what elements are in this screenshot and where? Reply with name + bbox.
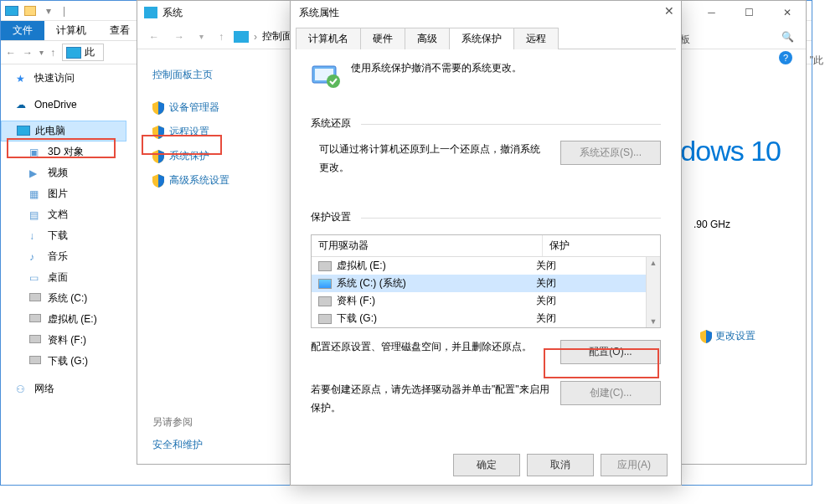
cp-title: 系统: [162, 6, 183, 20]
address-text: 此: [85, 45, 95, 59]
shield-icon: [152, 150, 164, 163]
tree-drive-g[interactable]: 下载 (G:): [1, 351, 126, 372]
pc-icon: [234, 31, 249, 43]
cp-sidebar: 控制面板主页 设备管理器 远程设置 系统保护 高级系统设置: [152, 68, 270, 193]
nav-up-icon[interactable]: ↑: [214, 31, 229, 43]
configure-description: 配置还原设置、管理磁盘空间，并且删除还原点。: [311, 340, 550, 354]
tree-onedrive[interactable]: ☁OneDrive: [1, 95, 126, 114]
shield-icon: [152, 126, 164, 139]
tab-remote[interactable]: 远程: [513, 28, 559, 49]
close-icon[interactable]: ✕: [664, 4, 674, 18]
dialog-body: 使用系统保护撤消不需要的系统更改。 系统还原 可以通过将计算机还原到上一个还原点…: [291, 49, 681, 445]
nav-forward-icon[interactable]: →: [169, 31, 189, 43]
sidebar-device-manager[interactable]: 设备管理器: [152, 95, 270, 120]
intro-text: 使用系统保护撤消不需要的系统更改。: [351, 61, 522, 75]
ribbon-tab-view[interactable]: 查看: [98, 21, 142, 40]
drive-row[interactable]: 资料 (F:)关闭: [312, 292, 660, 310]
search-icon[interactable]: 🔍: [781, 31, 794, 43]
scrollbar[interactable]: ▲▼: [646, 257, 660, 327]
scroll-down-icon[interactable]: ▼: [650, 316, 657, 327]
cancel-button[interactable]: 取消: [527, 454, 594, 476]
cp-see-also: 另请参阅 安全和维护: [152, 415, 203, 452]
cpu-ghz-text: .90 GHz: [694, 219, 730, 230]
maximize-button[interactable]: ☐: [730, 1, 768, 24]
apply-button[interactable]: 应用(A): [601, 454, 668, 476]
column-drives[interactable]: 可用驱动器: [312, 235, 543, 256]
ok-button[interactable]: 确定: [453, 454, 520, 476]
sidebar-advanced-settings[interactable]: 高级系统设置: [152, 168, 270, 193]
sidebar-home-link[interactable]: 控制面板主页: [152, 68, 270, 82]
nav-down-icon[interactable]: ▾: [39, 48, 44, 57]
sidebar-system-protection[interactable]: 系统保护: [152, 144, 270, 168]
dialog-titlebar: 系统属性 ✕: [291, 1, 681, 24]
see-also-heading: 另请参阅: [152, 415, 203, 429]
tree-drive-c[interactable]: 系统 (C:): [1, 288, 126, 309]
tab-computer-name[interactable]: 计算机名: [296, 28, 361, 49]
tree-documents[interactable]: ▤文档: [1, 204, 126, 225]
ribbon-tab-file[interactable]: 文件: [1, 21, 44, 40]
qat-dropdown-icon[interactable]: ▾: [41, 3, 56, 18]
minimize-button[interactable]: ─: [693, 1, 730, 24]
nav-forward-icon[interactable]: →: [23, 47, 33, 59]
drive-row[interactable]: 下载 (G:)关闭: [312, 310, 660, 327]
drive-row[interactable]: 系统 (C:) (系统)关闭: [312, 275, 660, 292]
tree-drive-f[interactable]: 资料 (F:): [1, 330, 126, 351]
column-protection[interactable]: 保护: [543, 235, 660, 256]
shield-icon: [152, 174, 164, 188]
pc-icon: [144, 7, 157, 18]
tree-desktop[interactable]: ▭桌面: [1, 267, 126, 288]
configure-button[interactable]: 配置(O)...: [560, 340, 661, 364]
restore-description: 可以通过将计算机还原到上一个还原点，撤消系统更改。: [319, 141, 547, 177]
tab-hardware[interactable]: 硬件: [360, 28, 405, 49]
tree-quick-access[interactable]: ★快速访问: [1, 68, 126, 89]
dialog-tabs: 计算机名 硬件 高级 系统保护 远程: [291, 28, 681, 49]
change-settings-link[interactable]: 更改设置: [700, 329, 755, 343]
create-description: 若要创建还原点，请先选择驱动器并单击"配置"来启用保护。: [311, 381, 550, 417]
sidebar-remote-settings[interactable]: 远程设置: [152, 120, 270, 144]
group-protection-settings: 保护设置: [311, 210, 661, 224]
breadcrumb-control-panel[interactable]: 控制面: [262, 29, 292, 44]
folder-icon: [23, 3, 38, 18]
nav-back-icon[interactable]: ←: [6, 47, 16, 59]
system-properties-dialog: 系统属性 ✕ 计算机名 硬件 高级 系统保护 远程 使用系统保护撤消不需要的系统…: [290, 0, 682, 486]
dialog-footer: 确定 取消 应用(A): [453, 454, 668, 476]
shield-icon: [700, 330, 712, 343]
tree-pictures[interactable]: ▦图片: [1, 183, 126, 204]
tree-videos[interactable]: ▶视频: [1, 162, 126, 183]
create-button[interactable]: 创建(C)...: [560, 381, 661, 405]
group-system-restore: 系统还原: [311, 116, 661, 131]
nav-up-icon[interactable]: ↑: [50, 47, 55, 59]
shield-icon: [152, 101, 164, 115]
tab-advanced[interactable]: 高级: [405, 28, 450, 49]
tree-network[interactable]: ⚇网络: [1, 378, 126, 399]
ribbon-tab-computer[interactable]: 计算机: [44, 21, 98, 40]
see-also-security[interactable]: 安全和维护: [152, 438, 203, 452]
scroll-up-icon[interactable]: ▲: [650, 257, 657, 269]
breadcrumb-sep-icon: ›: [254, 31, 257, 43]
nav-down-icon[interactable]: ▾: [194, 32, 209, 41]
system-protection-icon: [311, 61, 341, 91]
drive-row[interactable]: 虚拟机 (E:)关闭: [312, 257, 660, 275]
breadcrumb-truncated: "此: [810, 54, 823, 68]
dialog-title: 系统属性: [299, 6, 339, 20]
explorer-tree: ★快速访问 ☁OneDrive 此电脑 ▣3D 对象 ▶视频 ▦图片 ▤文档 ↓…: [1, 68, 126, 399]
tab-system-protection[interactable]: 系统保护: [449, 28, 514, 49]
svg-point-2: [327, 75, 340, 88]
tree-drive-e[interactable]: 虚拟机 (E:): [1, 309, 126, 330]
drive-table: 可用驱动器 保护 虚拟机 (E:)关闭 系统 (C:) (系统)关闭 资料 (F…: [311, 234, 661, 328]
close-button[interactable]: ✕: [768, 1, 806, 24]
nav-back-icon[interactable]: ←: [144, 31, 164, 43]
pc-icon: [66, 47, 81, 59]
pc-icon: [4, 3, 19, 18]
system-restore-button[interactable]: 系统还原(S)...: [560, 141, 661, 165]
tree-3d-objects[interactable]: ▣3D 对象: [1, 141, 126, 162]
tree-downloads[interactable]: ↓下载: [1, 225, 126, 246]
tree-this-pc[interactable]: 此电脑: [1, 121, 126, 141]
help-icon[interactable]: ?: [779, 51, 792, 64]
tree-music[interactable]: ♪音乐: [1, 246, 126, 267]
